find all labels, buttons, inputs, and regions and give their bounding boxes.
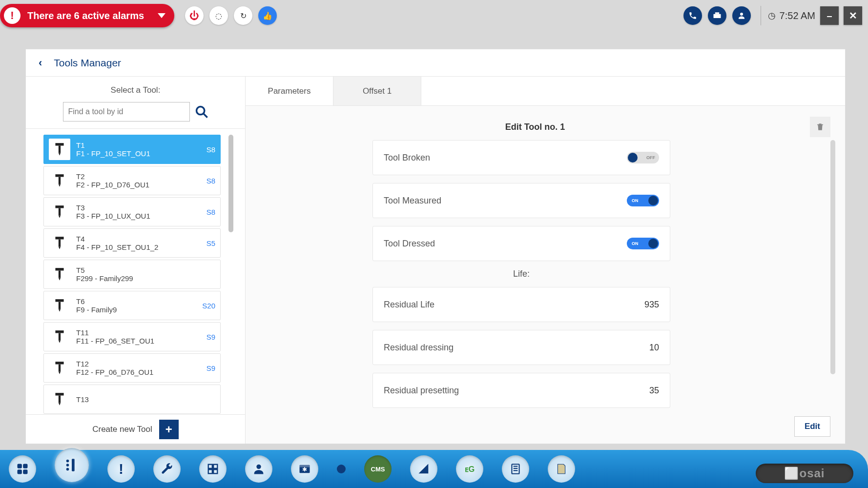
tool-item-T2[interactable]: T2F2 - FP_10_D76_OU1S8 bbox=[43, 166, 221, 195]
alert-icon: ! bbox=[4, 7, 21, 24]
taskbar-layout[interactable] bbox=[199, 455, 227, 483]
param-residual-life: Residual Life 935 bbox=[372, 287, 670, 322]
search-icon[interactable] bbox=[195, 105, 208, 119]
svg-rect-24 bbox=[59, 333, 61, 341]
svg-text:✱: ✱ bbox=[302, 466, 307, 472]
tool-icon bbox=[49, 232, 70, 254]
params-scrollbar[interactable] bbox=[830, 140, 835, 374]
tool-item-T6[interactable]: T6F9 - Family9S20 bbox=[43, 291, 221, 320]
minimize-button[interactable]: – bbox=[820, 6, 839, 25]
tab-offset1[interactable]: Offset 1 bbox=[333, 77, 421, 105]
svg-rect-17 bbox=[55, 268, 63, 270]
power-button[interactable]: ⏻ bbox=[185, 6, 204, 25]
tool-badge: S8 bbox=[207, 177, 215, 185]
tool-icon bbox=[49, 326, 70, 347]
tool-badge: S5 bbox=[207, 239, 215, 247]
svg-rect-6 bbox=[59, 146, 61, 153]
svg-point-36 bbox=[66, 460, 69, 463]
tool-item-T13[interactable]: T13 bbox=[43, 385, 221, 414]
svg-rect-34 bbox=[18, 469, 22, 474]
like-button[interactable]: 👍 bbox=[258, 6, 277, 25]
param-residual-dressing: Residual dressing 10 bbox=[372, 330, 670, 365]
svg-marker-10 bbox=[59, 184, 61, 187]
tool-item-T1[interactable]: T1F1 - FP_10_SET_OU1S8 bbox=[43, 135, 221, 164]
create-tool-button[interactable]: + bbox=[159, 420, 179, 439]
toggle-tool-broken[interactable]: OFF bbox=[627, 152, 659, 163]
edit-title: Edit Tool no. 1 bbox=[260, 122, 810, 132]
svg-rect-29 bbox=[55, 393, 63, 395]
tool-badge: S8 bbox=[207, 208, 215, 216]
svg-rect-8 bbox=[55, 174, 63, 177]
alarm-banner[interactable]: ! There are 6 active alarms bbox=[0, 4, 174, 27]
svg-point-44 bbox=[256, 465, 261, 469]
taskbar-eg[interactable]: ᴇG bbox=[456, 455, 483, 483]
tab-parameters[interactable]: Parameters bbox=[246, 77, 333, 105]
svg-rect-18 bbox=[59, 271, 61, 278]
param-residual-presetting: Residual presetting 35 bbox=[372, 373, 670, 408]
brand-logo: ⬜osai bbox=[756, 464, 853, 483]
phone-button[interactable] bbox=[683, 6, 702, 25]
svg-rect-15 bbox=[59, 240, 61, 247]
tool-item-T3[interactable]: T3F3 - FP_10_LUX_OU1S8 bbox=[43, 197, 221, 226]
taskbar-app1[interactable] bbox=[410, 455, 437, 483]
svg-rect-14 bbox=[55, 237, 63, 239]
tool-icon bbox=[49, 201, 70, 223]
svg-rect-30 bbox=[59, 396, 61, 403]
svg-rect-0 bbox=[713, 14, 721, 18]
tool-list-scrollbar[interactable] bbox=[228, 135, 233, 232]
toggle-tool-dressed[interactable]: ON bbox=[627, 238, 659, 249]
close-button[interactable]: ✕ bbox=[844, 6, 862, 25]
param-tool-broken: Tool Broken OFF bbox=[372, 140, 670, 175]
svg-marker-25 bbox=[59, 341, 61, 343]
tool-item-T12[interactable]: T12F12 - FP_06_D76_OU1S9 bbox=[43, 353, 221, 383]
svg-rect-43 bbox=[213, 469, 217, 473]
clock-time: 7:52 AM bbox=[780, 10, 815, 21]
taskbar-alerts[interactable]: ! bbox=[107, 455, 135, 483]
chevron-down-icon bbox=[158, 13, 165, 18]
svg-rect-5 bbox=[55, 143, 63, 145]
svg-rect-20 bbox=[55, 299, 63, 302]
taskbar-calculator[interactable] bbox=[502, 455, 529, 483]
toggle-tool-measured[interactable]: ON bbox=[627, 195, 659, 206]
svg-point-3 bbox=[196, 107, 204, 115]
life-section-label: Life: bbox=[372, 269, 670, 279]
tool-badge: S8 bbox=[207, 145, 215, 154]
delete-button[interactable] bbox=[810, 117, 830, 137]
svg-rect-12 bbox=[59, 208, 61, 216]
taskbar-tools-manager[interactable] bbox=[55, 448, 89, 482]
clock-icon: ◷ bbox=[768, 10, 776, 21]
search-input[interactable] bbox=[63, 102, 190, 122]
system-button-1[interactable]: ◌ bbox=[209, 6, 228, 25]
user-button[interactable] bbox=[732, 6, 751, 25]
param-tool-dressed: Tool Dressed ON bbox=[372, 226, 670, 261]
svg-marker-31 bbox=[59, 403, 61, 406]
svg-marker-13 bbox=[59, 216, 61, 218]
taskbar-home[interactable] bbox=[9, 455, 36, 483]
svg-rect-11 bbox=[55, 205, 63, 208]
svg-rect-32 bbox=[18, 464, 22, 468]
svg-rect-41 bbox=[213, 465, 217, 468]
svg-point-37 bbox=[66, 464, 69, 467]
taskbar-wrench[interactable] bbox=[153, 455, 181, 483]
system-button-2[interactable]: ↻ bbox=[234, 6, 252, 25]
tool-item-T11[interactable]: T11F11 - FP_06_SET_OU1S9 bbox=[43, 322, 221, 351]
tool-badge: S9 bbox=[207, 333, 215, 341]
tool-icon bbox=[49, 170, 70, 191]
tool-item-T5[interactable]: T5F299 - Family299 bbox=[43, 260, 221, 289]
tool-icon bbox=[49, 139, 70, 160]
taskbar-notes[interactable] bbox=[548, 455, 575, 483]
svg-line-4 bbox=[203, 114, 207, 118]
back-button[interactable]: ‹ bbox=[39, 57, 42, 69]
svg-rect-35 bbox=[23, 469, 27, 474]
taskbar-cms[interactable]: CMS bbox=[364, 455, 392, 483]
svg-marker-7 bbox=[59, 153, 61, 156]
taskbar-profile[interactable] bbox=[245, 455, 272, 483]
taskbar-settings[interactable]: ✱ bbox=[291, 455, 318, 483]
svg-rect-33 bbox=[23, 464, 27, 468]
tool-item-T4[interactable]: T4F4 - FP_10_SET_OU1_2S5 bbox=[43, 228, 221, 258]
edit-button[interactable]: Edit bbox=[794, 416, 830, 437]
create-tool-label: Create new Tool bbox=[92, 425, 152, 434]
tool-badge: S20 bbox=[202, 302, 215, 310]
svg-rect-23 bbox=[55, 330, 63, 333]
device-button[interactable] bbox=[708, 6, 726, 25]
